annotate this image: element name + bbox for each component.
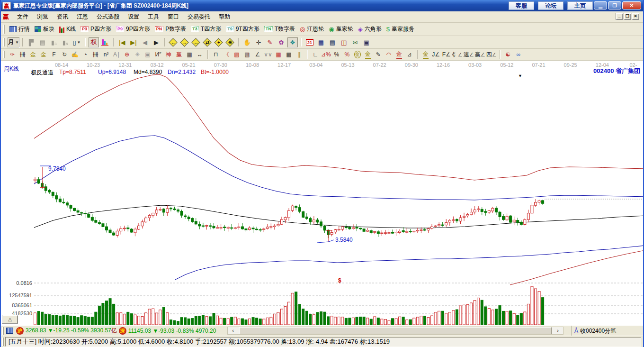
shenzhen-index-quote[interactable]: 11145.03 ▼-93.03 -0.83% 4970.20 <box>128 328 216 334</box>
angle-pen-button[interactable]: ✑ <box>8 50 17 59</box>
close-button[interactable]: ✕ <box>622 1 641 9</box>
pen-one-button[interactable]: ✎ <box>374 50 383 59</box>
crosshair-button[interactable]: ✛ <box>253 37 264 47</box>
shanghai-market-icon[interactable]: 沪 <box>16 327 24 335</box>
p-square-button[interactable]: P3P四方形 <box>78 24 114 34</box>
quotes-button[interactable]: 行情 <box>7 24 32 34</box>
save-button[interactable]: ◫ <box>339 37 349 47</box>
gold-levels-button[interactable]: 金 <box>363 50 373 59</box>
9p-square-button[interactable]: P99P四方形 <box>114 24 152 34</box>
parallel-lines-button[interactable]: ∥ <box>295 50 304 59</box>
j-line-button[interactable]: J∠ <box>431 50 441 59</box>
shanghai-index-quote[interactable]: 3268.83 ▼-19.25 -0.59% 3930.57亿 <box>26 327 117 335</box>
ma-9-button[interactable]: ▮₉ <box>60 37 71 47</box>
infinity-button[interactable]: ∞ <box>514 50 523 59</box>
menu-item[interactable]: 窗口 <box>163 12 183 21</box>
period-month-button[interactable]: 月▼ <box>8 37 19 47</box>
menu-item[interactable]: 江恩 <box>72 12 92 21</box>
minimize-button[interactable]: ▁ <box>594 1 607 9</box>
number-grid-button[interactable]: ▦ <box>185 50 194 59</box>
print-button[interactable]: ▣ <box>361 37 372 47</box>
metal-line-button[interactable]: 钅∠ <box>452 50 463 59</box>
f-line-button[interactable]: F∠ <box>442 50 451 59</box>
menu-item[interactable]: 浏览 <box>33 12 53 21</box>
send-mail-button[interactable]: ✉ <box>350 37 360 47</box>
select-tool-button[interactable]: ❖ <box>287 37 298 47</box>
layout-a-button[interactable]: ▛ <box>26 37 36 47</box>
hexagon-button[interactable]: ◈六角形 <box>356 24 384 34</box>
menu-item[interactable]: 文件 <box>13 12 33 21</box>
prev-bar-button[interactable]: ◀ <box>140 37 150 47</box>
trend-angle-button[interactable]: ∠ <box>253 50 262 59</box>
grid-red-button[interactable]: ▦ <box>274 50 283 59</box>
scroll-right-arrow[interactable]: › <box>553 327 563 334</box>
a-guide-button[interactable]: A∣ <box>112 50 121 59</box>
f-grid-button[interactable]: F <box>49 50 59 59</box>
sectors-button[interactable]: 板块 <box>32 24 57 34</box>
magic-tool-button[interactable]: ✿ <box>276 37 286 47</box>
gann-fan-button[interactable]: 《 <box>222 50 231 59</box>
percent-button[interactable]: % <box>332 50 341 59</box>
mdi-minimize-button[interactable]: _ <box>616 13 623 20</box>
first-page-button[interactable]: |◀ <box>117 37 127 47</box>
zoom-in-all-button[interactable]: + <box>214 37 224 47</box>
tick-receive-status[interactable]: Å 收002400分笔 <box>571 326 616 336</box>
shen-tool-button[interactable]: 神 <box>164 50 173 59</box>
spiral-button[interactable]: ↻ <box>60 50 69 59</box>
gold-circle-button[interactable]: 金 <box>353 50 362 59</box>
kline-button[interactable]: K线 <box>57 24 78 34</box>
gold-grid-2-button[interactable]: 金 <box>39 50 48 59</box>
shenzhen-market-icon[interactable]: 深 <box>119 327 126 335</box>
angle-up-button[interactable]: ⊿ <box>405 50 414 59</box>
restore-button[interactable]: ❐ <box>608 1 621 9</box>
brush-button[interactable]: ✍ <box>70 50 80 59</box>
zoom-left-button[interactable]: ← <box>168 37 179 47</box>
menu-item[interactable]: 工具 <box>143 12 163 21</box>
span-measure-button[interactable]: ↔ <box>195 50 205 59</box>
scrollbar-thumb[interactable] <box>239 327 552 334</box>
calendar-button[interactable]: 21 <box>304 37 315 47</box>
quote-grid-icon[interactable] <box>6 328 13 334</box>
menu-item[interactable]: 交易委托 <box>183 12 215 21</box>
menu-item[interactable]: 帮助 <box>215 12 234 21</box>
gold-line-button[interactable]: 金 <box>421 50 430 59</box>
scroll-left-arrow[interactable]: ‹ <box>228 327 238 334</box>
winner-wheel-button[interactable]: ◉赢家轮 <box>326 24 355 34</box>
kline-chart-panel[interactable]: 08-1410-2312-3103-1205-2107-3010-0812-17… <box>1 61 643 325</box>
menu-item[interactable]: 设置 <box>124 12 143 21</box>
title-button-forum[interactable]: 论坛 <box>538 1 564 10</box>
mdi-restore-button[interactable]: ❐ <box>624 13 631 20</box>
zoom-in-x-button[interactable]: ⇄ <box>202 37 213 47</box>
p-number-table-button[interactable]: PNP数字表 <box>152 24 189 34</box>
yin-yang-button[interactable]: ☯ <box>503 50 513 59</box>
next-bar-button[interactable]: ▶ <box>151 37 161 47</box>
zigzag-button[interactable]: ∨∨ <box>263 50 273 59</box>
menu-item[interactable]: 资讯 <box>53 12 72 21</box>
drag-hand-button[interactable]: ✋ <box>242 37 252 47</box>
gold-red-button[interactable]: 金 <box>394 50 404 59</box>
win-tool-button[interactable]: 赢 <box>174 50 184 59</box>
layout-b-button[interactable]: ▤ <box>37 37 48 47</box>
menu-item[interactable]: 公式选股 <box>92 12 124 21</box>
fan-box-dark-button[interactable]: ▧ <box>242 50 252 59</box>
zoom-out-all-button[interactable]: ✳ <box>225 37 235 47</box>
mdi-close-button[interactable]: ✕ <box>632 13 639 20</box>
gann-wheel-button[interactable]: ◎江恩轮 <box>297 24 326 34</box>
star-grid-button[interactable]: ✳ <box>133 50 142 59</box>
grid-dark-button[interactable]: ▩ <box>284 50 294 59</box>
square-target-button[interactable]: ▣ <box>143 50 152 59</box>
horizontal-scrollbar[interactable]: ‹ › <box>227 327 564 335</box>
last-page-button[interactable]: ▶| <box>128 37 139 47</box>
percent-tri-button[interactable]: ⊿% <box>321 50 331 59</box>
9t-square-button[interactable]: T99T四方形 <box>224 24 262 34</box>
pillar-gate-button[interactable]: ⊓ <box>211 50 221 59</box>
zoom-out-x-button[interactable]: ↔ <box>191 37 201 47</box>
winner-service-button[interactable]: $赢家服务 <box>384 24 417 34</box>
four-angle-button[interactable]: 四∠ <box>486 50 497 59</box>
speed-line-button[interactable]: ∟ <box>311 50 320 59</box>
pane-expand-button[interactable]: △ <box>2 315 18 324</box>
title-button-home[interactable]: 主页 <box>567 1 593 10</box>
time-bands-button[interactable]: 卌 <box>91 50 100 59</box>
time-circle-button[interactable]: ◔ <box>80 50 90 59</box>
n-square-button[interactable]: n² <box>101 50 111 59</box>
